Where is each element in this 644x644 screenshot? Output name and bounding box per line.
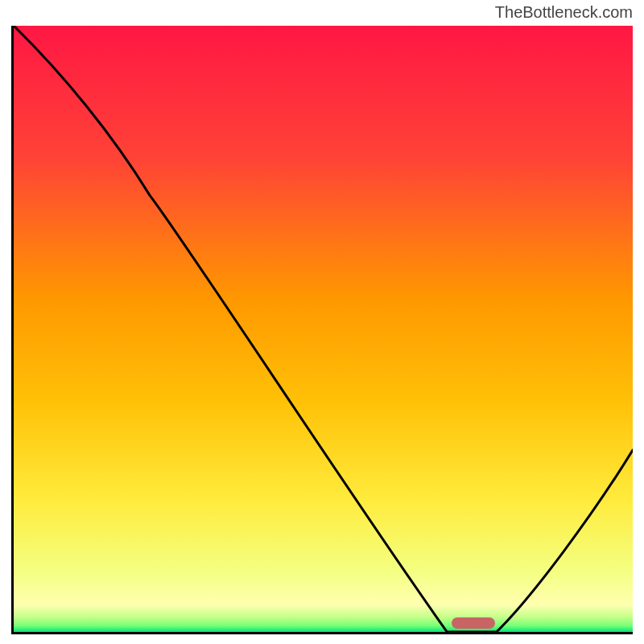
chart-curve bbox=[14, 26, 633, 632]
watermark-text: TheBottleneck.com bbox=[495, 3, 633, 22]
optimal-marker bbox=[452, 617, 495, 629]
chart-plot-area bbox=[11, 26, 633, 634]
